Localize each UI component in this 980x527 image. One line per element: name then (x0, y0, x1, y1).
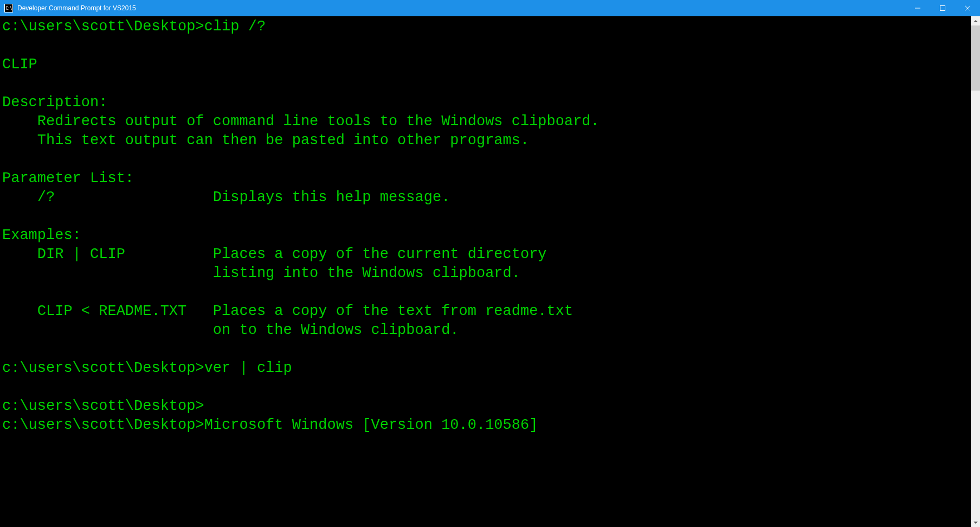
window-title: Developer Command Prompt for VS2015 (17, 4, 905, 12)
scroll-track[interactable] (971, 25, 980, 518)
minimize-button[interactable] (905, 0, 930, 16)
terminal-output[interactable]: c:\users\scott\Desktop>clip /? CLIP Desc… (0, 16, 971, 527)
svg-marker-4 (973, 20, 978, 22)
window-controls (905, 0, 980, 16)
scroll-down-button[interactable] (971, 518, 980, 527)
svg-rect-1 (940, 6, 945, 11)
scroll-thumb[interactable] (971, 25, 980, 91)
minimize-icon (915, 5, 920, 11)
close-icon (965, 5, 970, 11)
maximize-button[interactable] (930, 0, 955, 16)
titlebar[interactable]: C:\ Developer Command Prompt for VS2015 (0, 0, 980, 16)
scroll-up-button[interactable] (971, 16, 980, 25)
terminal-container: c:\users\scott\Desktop>clip /? CLIP Desc… (0, 16, 980, 527)
maximize-icon (940, 5, 945, 11)
chevron-down-icon (973, 522, 978, 524)
close-button[interactable] (955, 0, 980, 16)
scrollbar[interactable] (971, 16, 980, 527)
app-icon: C:\ (4, 4, 13, 12)
svg-marker-5 (973, 522, 978, 524)
chevron-up-icon (973, 20, 978, 22)
